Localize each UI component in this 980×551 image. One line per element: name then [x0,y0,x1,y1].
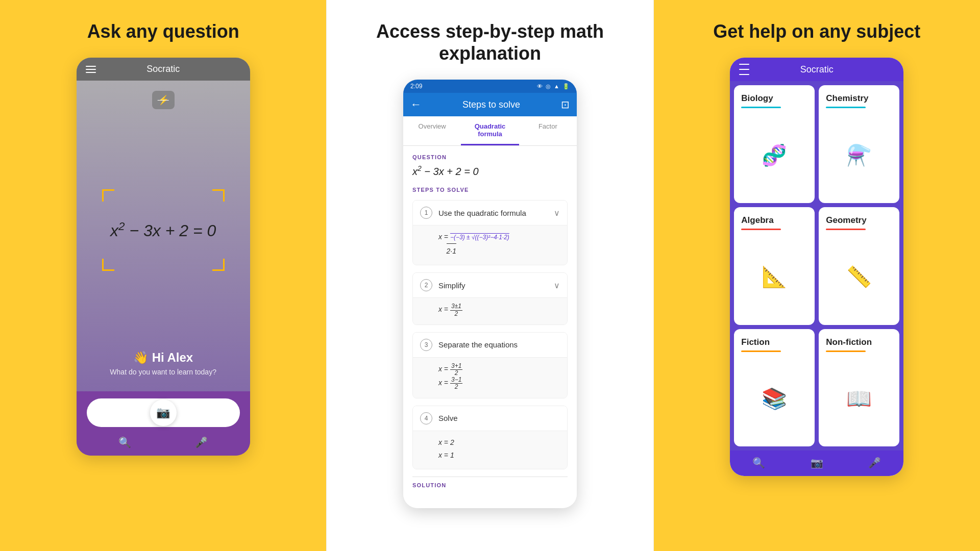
step-3-name: Separate the equations [438,340,518,349]
greeting-subtitle: What do you want to learn today? [110,368,216,376]
camera-capture-button[interactable]: 📷 [150,399,177,426]
middle-phone: 2:09 👁 ◎ ▲ 🔋 ← Steps to solve ⊡ Overview… [403,80,577,508]
step-2: 2 Simplify ∨ x = 3±12 [412,272,568,324]
step-3-body: x = 3+12 x = 3−12 [413,357,567,398]
middle-panel: Access step-by-step math explanation 2:0… [326,0,653,551]
greeting-name: Hi Alex [152,350,193,364]
nonfiction-illustration: 📖 [826,356,892,442]
step-3-header[interactable]: 3 Separate the equations [413,333,567,357]
subject-biology[interactable]: Biology 🧬 [734,85,815,203]
viewfinder: x2 − 3x + 2 = 0 [102,189,225,271]
step-2-formula: x = 3±12 [438,303,560,317]
right-topbar: Socratic [730,58,903,81]
tab-quadratic[interactable]: Quadratic formula [461,116,519,145]
circle-icon: ◎ [546,83,551,90]
step-1-formula: x = −(−3) ± √((−3)²−4·1·2) 2·1 [438,231,560,258]
right-camera-icon[interactable]: 📷 [811,457,823,469]
fiction-illustration: 📚 [741,356,807,442]
greeting-text: 👋 Hi Alex [110,350,216,365]
step-1: 1 Use the quadratic formula ∨ x = −(−3) … [412,200,568,265]
subject-chemistry[interactable]: Chemistry ⚗️ [819,85,899,203]
tab-overview[interactable]: Overview [403,116,461,145]
battery-icon: 🔋 [562,83,570,90]
algebra-illustration: 📐 [741,234,807,320]
status-icons: 👁 ◎ ▲ 🔋 [537,83,570,90]
greeting-area: 👋 Hi Alex What do you want to learn toda… [110,350,216,376]
step-3-formula: x = 3+12 x = 3−12 [438,363,560,391]
mic-nav-icon[interactable]: 🎤 [195,436,208,448]
tab-factor[interactable]: Factor [519,116,577,145]
steps-content: QUESTION x2 − 3x + 2 = 0 STEPS TO SOLVE … [403,146,577,508]
right-hamburger-icon[interactable] [739,64,749,75]
corner-br [212,259,225,271]
subject-biology-name: Biology [741,93,807,104]
step-3: 3 Separate the equations x = 3+12 x = 3−… [412,332,568,398]
eye-icon: 👁 [537,83,543,89]
step-2-header[interactable]: 2 Simplify ∨ [413,273,567,297]
steps-to-solve-label: STEPS TO SOLVE [412,187,568,193]
subject-chemistry-name: Chemistry [826,93,892,104]
steps-page-title: Steps to solve [462,99,520,110]
question-equation: x2 − 3x + 2 = 0 [412,164,568,178]
right-bottom-nav: 🔍 📷 🎤 [730,450,903,476]
right-panel: Get help on any subject Socratic Biology… [654,0,980,551]
step-4-name: Solve [438,414,458,422]
camera-icon: 📷 [156,406,170,419]
chemistry-underline [826,107,866,108]
middle-title: Access step-by-step math explanation [337,20,643,64]
wifi-icon: ▲ [554,83,559,89]
step-2-number: 2 [420,279,432,291]
step-4-body: x = 2x = 1 [413,431,567,469]
left-phone: Socratic ⚡ x2 − 3x + 2 = 0 👋 Hi Alex Wha… [77,58,250,456]
subject-geometry-name: Geometry [826,215,892,226]
scan-bar[interactable]: 📷 [87,398,240,427]
hamburger-icon[interactable] [86,66,96,73]
corner-bl [102,259,114,271]
subject-algebra[interactable]: Algebra 📐 [734,207,815,325]
subject-geometry[interactable]: Geometry 📏 [819,207,899,325]
greeting-emoji: 👋 [133,350,149,364]
step-1-header[interactable]: 1 Use the quadratic formula ∨ [413,201,567,225]
right-search-icon[interactable]: 🔍 [752,457,765,469]
geometry-underline [826,229,866,230]
step-1-name: Use the quadratic formula [438,209,526,217]
flash-button[interactable]: ⚡ [152,91,175,109]
geometry-illustration: 📏 [826,234,892,320]
step-3-header-left: 3 Separate the equations [420,339,518,351]
subject-nonfiction[interactable]: Non-fiction 📖 [819,329,899,447]
subject-fiction-name: Fiction [741,337,807,347]
tabs-row: Overview Quadratic formula Factor [403,116,577,146]
right-mic-icon[interactable]: 🎤 [868,457,881,469]
step-1-header-left: 1 Use the quadratic formula [420,207,526,219]
step-2-header-left: 2 Simplify [420,279,465,291]
camera-controls: 📷 🔍 🎤 [77,391,250,456]
step-4-header-left: 4 Solve [420,412,458,424]
nonfiction-underline [826,350,866,352]
step-1-body: x = −(−3) ± √((−3)²−4·1·2) 2·1 [413,225,567,265]
biology-underline [741,107,781,108]
right-title: Get help on any subject [713,20,920,42]
step-4: 4 Solve x = 2x = 1 [412,406,568,469]
camera-topbar: Socratic [77,58,250,81]
subject-fiction[interactable]: Fiction 📚 [734,329,815,447]
solution-label: SOLUTION [412,482,568,488]
step-2-name: Simplify [438,281,465,290]
flash-icon: ⚡ [158,94,169,106]
corner-tr [212,189,225,202]
algebra-underline [741,229,781,230]
step-4-formula: x = 2x = 1 [438,436,560,462]
step-3-number: 3 [420,339,432,351]
camera-body: ⚡ x2 − 3x + 2 = 0 👋 Hi Alex What do you … [77,81,250,391]
bookmark-icon[interactable]: ⊡ [561,98,570,111]
search-nav-icon[interactable]: 🔍 [118,436,131,448]
status-bar: 2:09 👁 ◎ ▲ 🔋 [403,80,577,93]
step-2-body: x = 3±12 [413,297,567,324]
subjects-grid: Biology 🧬 Chemistry ⚗️ Algebra 📐 Geometr… [730,81,903,450]
step-1-number: 1 [420,207,432,219]
fiction-underline [741,350,781,352]
left-title: Ask any question [87,20,239,42]
step-4-header[interactable]: 4 Solve [413,406,567,431]
right-app-name: Socratic [800,64,834,75]
back-button[interactable]: ← [410,98,422,111]
left-bottom-nav: 🔍 🎤 [87,432,240,453]
